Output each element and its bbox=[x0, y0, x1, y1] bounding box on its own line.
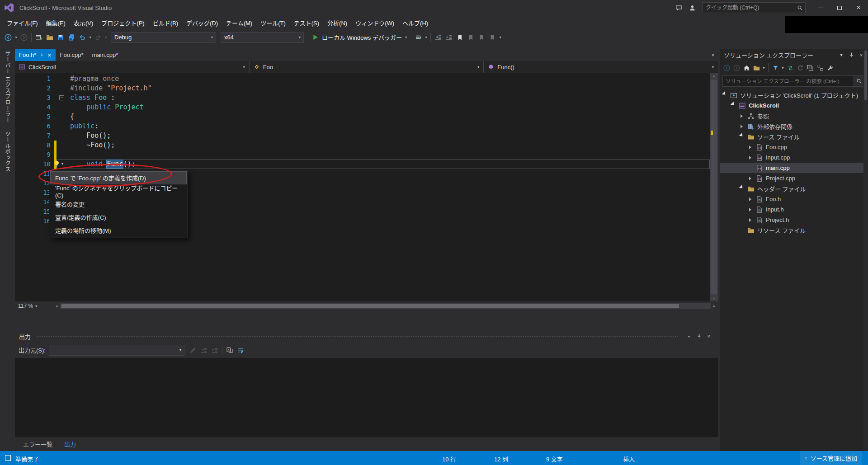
quick-launch-input[interactable] bbox=[703, 5, 794, 11]
pending-changes-filter-icon[interactable] bbox=[770, 63, 780, 73]
close-tab-icon[interactable]: × bbox=[47, 52, 51, 58]
tree-expand-arrow[interactable] bbox=[748, 197, 754, 201]
search-icon[interactable] bbox=[794, 5, 805, 11]
tree-item[interactable]: ソリューション 'ClickScroll' (1 プロジェクト) bbox=[720, 90, 868, 100]
code-line[interactable]: 2#include "Project.h" bbox=[15, 84, 710, 93]
output-content[interactable] bbox=[15, 358, 718, 437]
code-line[interactable]: 3class Foo : bbox=[15, 93, 710, 103]
toolbar-options-caret[interactable]: ▾ bbox=[498, 32, 503, 43]
feedback-icon[interactable] bbox=[672, 0, 685, 15]
quick-launch-box[interactable] bbox=[703, 2, 806, 13]
lightbulb-menu-item[interactable]: Func で 'Foo.cpp' の定義を作成(D) bbox=[50, 171, 187, 184]
menu-item[interactable]: ビルド(B) bbox=[149, 16, 182, 29]
next-message-icon[interactable] bbox=[209, 345, 220, 356]
solution-search-input[interactable] bbox=[723, 79, 853, 84]
code-line[interactable]: 1#pragma once bbox=[15, 74, 710, 84]
code-editor[interactable]: 1#pragma once2#include "Project.h"3class… bbox=[15, 73, 718, 301]
menu-item[interactable]: プロジェクト(P) bbox=[97, 16, 148, 29]
code-line[interactable]: 7 Foo(); bbox=[15, 131, 710, 141]
code-line[interactable]: 9 bbox=[15, 150, 710, 160]
tree-expand-arrow[interactable] bbox=[740, 125, 745, 128]
tree-collapse-arrow[interactable] bbox=[722, 93, 728, 98]
toolbox-tab[interactable]: ツールボックス bbox=[4, 131, 11, 172]
menu-item[interactable]: ファイル(F) bbox=[3, 16, 42, 29]
save-icon[interactable] bbox=[55, 32, 66, 43]
scrollbar-thumb[interactable] bbox=[864, 51, 867, 100]
tree-collapse-arrow[interactable] bbox=[740, 186, 745, 191]
tree-collapse-arrow[interactable] bbox=[740, 134, 745, 139]
type-dropdown[interactable]: Foo ▾ bbox=[250, 61, 484, 73]
menu-item[interactable]: ツール(T) bbox=[256, 16, 290, 29]
tree-expand-arrow[interactable] bbox=[748, 146, 754, 149]
collapse-region-icon[interactable] bbox=[59, 95, 64, 100]
lightbulb-menu-item[interactable]: 宣言/定義の作成(C) bbox=[50, 211, 187, 224]
window-position-icon[interactable]: ▾ bbox=[684, 334, 694, 338]
scroll-down-icon[interactable]: ▾ bbox=[710, 296, 718, 301]
sync-with-active-document-icon[interactable] bbox=[785, 63, 795, 73]
tree-item[interactable]: ++Foo.cpp bbox=[720, 142, 868, 152]
code-line[interactable]: 8 ~Foo(); bbox=[15, 141, 710, 150]
solution-configurations-dropdown[interactable]: Debug ▾ bbox=[111, 32, 216, 43]
lightbulb-menu-item[interactable]: 'Func' のシグネチャをクリップボードにコピー(C) bbox=[50, 184, 187, 197]
pin-icon[interactable] bbox=[694, 333, 704, 339]
member-list-icon[interactable] bbox=[413, 32, 424, 43]
code-line[interactable]: 5{ bbox=[15, 112, 710, 122]
lightbulb-menu-item[interactable]: 定義の場所の移動(M) bbox=[50, 224, 187, 237]
undo-menu-caret[interactable]: ▾ bbox=[88, 32, 93, 43]
editor-tab[interactable]: Foo.h*× bbox=[15, 49, 56, 61]
solution-platforms-dropdown[interactable]: x64 ▾ bbox=[221, 32, 304, 43]
tree-item[interactable]: ヘッダー ファイル bbox=[720, 183, 868, 194]
solution-search-box[interactable] bbox=[722, 75, 865, 87]
output-source-dropdown[interactable]: ▾ bbox=[49, 345, 184, 356]
scrollbar-thumb[interactable] bbox=[711, 80, 717, 294]
maximize-button[interactable] bbox=[830, 0, 849, 15]
tree-item[interactable]: ++Input.cpp bbox=[720, 152, 868, 163]
zoom-level-dropdown[interactable]: 117 % ▾ bbox=[15, 303, 53, 309]
tree-item[interactable]: ソース ファイル bbox=[720, 132, 868, 142]
previous-message-icon[interactable] bbox=[198, 345, 209, 356]
pending-changes-filter-caret[interactable]: ▾ bbox=[780, 62, 785, 73]
clear-bookmarks-icon[interactable] bbox=[487, 32, 498, 43]
code-line[interactable]: 6public: bbox=[15, 122, 710, 131]
tree-item[interactable]: ++ClickScroll bbox=[720, 100, 868, 111]
redo-icon[interactable] bbox=[93, 32, 104, 43]
sign-in-icon[interactable] bbox=[685, 0, 699, 15]
decrease-indent-icon[interactable] bbox=[433, 32, 443, 43]
panel-splitter[interactable] bbox=[15, 310, 718, 330]
switch-views-icon[interactable] bbox=[751, 63, 761, 73]
undo-icon[interactable] bbox=[77, 32, 88, 43]
menu-item[interactable]: ウィンドウ(W) bbox=[351, 16, 398, 29]
navigate-backward-icon[interactable] bbox=[722, 63, 731, 73]
project-dropdown[interactable]: ++ ClickScroll ▾ bbox=[15, 61, 250, 73]
server-explorer-tab[interactable]: サーバー エクスプローラー bbox=[4, 51, 11, 123]
close-icon[interactable]: × bbox=[704, 333, 714, 339]
menu-item[interactable]: 編集(E) bbox=[42, 16, 70, 29]
tree-expand-arrow[interactable] bbox=[748, 208, 754, 211]
panel-tab[interactable]: エラー一覧 bbox=[19, 438, 57, 450]
show-all-files-icon[interactable] bbox=[815, 63, 825, 73]
home-icon[interactable] bbox=[741, 63, 751, 73]
horizontal-scrollbar[interactable] bbox=[60, 303, 711, 309]
next-bookmark-icon[interactable] bbox=[476, 32, 487, 43]
scroll-left-icon[interactable]: ◂ bbox=[53, 304, 60, 308]
navigate-backward-menu-caret[interactable]: ▾ bbox=[14, 32, 19, 43]
editor-tab[interactable]: main.cpp* bbox=[88, 49, 123, 61]
menu-item[interactable]: テスト(S) bbox=[290, 16, 323, 29]
navigate-forward-icon[interactable] bbox=[19, 32, 29, 43]
new-project-icon[interactable] bbox=[33, 32, 44, 43]
lightbulb-quick-action[interactable]: ▾ bbox=[53, 160, 63, 168]
toggle-bookmark-icon[interactable] bbox=[454, 32, 465, 43]
active-files-dropdown-icon[interactable]: ▾ bbox=[708, 49, 718, 61]
menu-item[interactable]: チーム(M) bbox=[222, 16, 256, 29]
panel-scrollbar[interactable] bbox=[863, 49, 868, 451]
code-line[interactable]: 4 public Project bbox=[15, 103, 710, 112]
menu-item[interactable]: 分析(N) bbox=[323, 16, 351, 29]
pin-icon[interactable] bbox=[846, 50, 856, 60]
menu-item[interactable]: デバッグ(D) bbox=[182, 16, 222, 29]
minimize-button[interactable] bbox=[811, 0, 830, 15]
tree-expand-arrow[interactable] bbox=[748, 218, 754, 222]
editor-tab[interactable]: Foo.cpp* bbox=[56, 49, 88, 61]
scroll-right-icon[interactable]: ▸ bbox=[711, 304, 718, 308]
previous-bookmark-icon[interactable] bbox=[465, 32, 476, 43]
panel-tab[interactable]: 出力 bbox=[60, 438, 80, 450]
